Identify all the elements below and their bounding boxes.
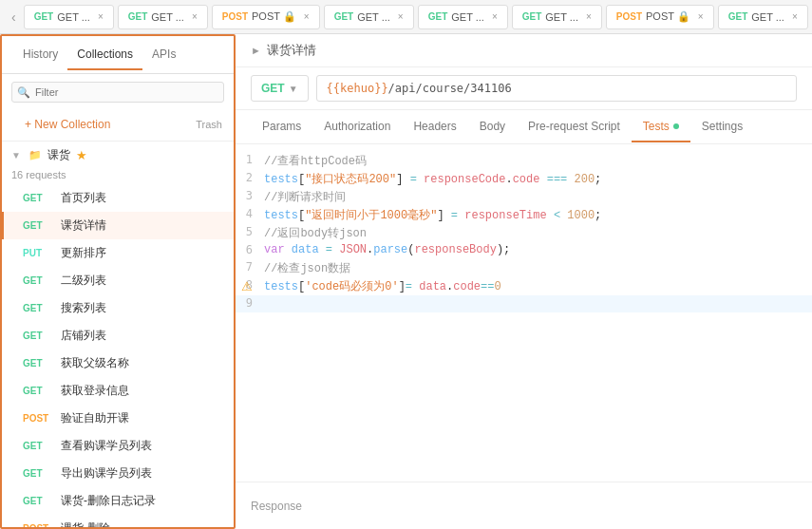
tab-3[interactable]: GET GET ... × [324,5,414,29]
sidebar-nav-apis[interactable]: APIs [142,40,185,70]
list-item[interactable]: POST 课货-删除 [2,515,234,527]
tab-close-0[interactable]: × [98,11,104,22]
tab-params[interactable]: Params [251,112,312,142]
search-icon: 🔍 [17,86,30,99]
breadcrumb-arrow: ► [251,45,261,56]
tab-settings[interactable]: Settings [690,112,754,142]
line-content: //查看httpCode码 [264,153,367,169]
response-area: Response [236,482,812,529]
tab-label-1: GET ... [151,11,184,23]
tab-close-1[interactable]: × [192,11,198,22]
list-item[interactable]: GET 获取登录信息 [2,377,234,405]
line-number: 7 [236,260,264,274]
code-line-5: 5 //返回body转json [236,224,812,242]
tab-tests[interactable]: Tests [632,112,690,142]
tab-label-3: GET ... [357,11,390,23]
main-area: History Collections APIs 🔍 + New Collect… [0,34,812,529]
tab-scroll-left[interactable]: ‹ [8,8,20,27]
tab-close-2[interactable]: × [304,11,310,22]
star-icon[interactable]: ★ [76,148,87,162]
line-content: //判断请求时间 [264,189,346,205]
list-item[interactable]: GET 搜索列表 [2,294,234,322]
line-content: //返回body转json [264,225,367,241]
search-input[interactable] [11,82,224,103]
tab-prerequest[interactable]: Pre-request Script [517,112,632,142]
collection-header[interactable]: ▼ 📁 课货 ★ [2,142,234,169]
sidebar-search-container: 🔍 [2,74,234,110]
list-item[interactable]: POST 验证自助开课 [2,405,234,432]
tab-4[interactable]: GET GET ... × [418,5,508,29]
request-breadcrumb: ► 课货详情 [236,34,812,67]
line-content: tests['code码必须为0']= data.code==0 [264,278,501,294]
tab-7[interactable]: GET GET ... × [718,5,808,29]
line-number: 5 [236,225,264,238]
method-badge: GET [23,220,53,231]
item-name: 店铺列表 [61,328,106,344]
tab-close-4[interactable]: × [492,11,498,22]
list-item[interactable]: GET 导出购课学员列表 [2,460,234,487]
line-number: 6 [236,243,264,256]
line-content [264,296,271,310]
method-selector[interactable]: GET ▼ [251,75,309,102]
list-item[interactable]: GET 店铺列表 [2,322,234,350]
line-content: var data = JSON.parse(responseBody); [264,243,510,256]
tab-close-5[interactable]: × [586,11,592,22]
list-item[interactable]: GET 二级列表 [2,267,234,294]
sidebar-nav-history[interactable]: History [13,40,67,70]
tab-label-6: POST 🔒 [646,10,690,23]
tab-2[interactable]: POST POST 🔒 × [212,5,320,29]
app: ‹ GET GET ... × GET GET ... × POST POST … [0,0,812,529]
tab-label-0: GET ... [57,11,90,23]
code-editor[interactable]: 1 //查看httpCode码 2 tests["接口状态码200"] = re… [236,144,812,482]
line-number: 2 [236,171,264,184]
tab-tests-label: Tests [643,120,670,133]
list-item[interactable]: PUT 更新排序 [2,239,234,267]
request-title-text: 课货详情 [267,42,316,59]
collection-tree: ▼ 📁 课货 ★ 16 requests GET 首页列表 GET 课货详情 [2,142,234,527]
collection-items: GET 首页列表 GET 课货详情 PUT 更新排序 GET 二级列表 [2,184,234,527]
sidebar-nav-collections[interactable]: Collections [67,40,142,70]
tab-method-0: GET [34,11,54,22]
tab-method-5: GET [522,11,542,22]
tab-0[interactable]: GET GET ... × [24,5,114,29]
item-name: 首页列表 [61,190,106,206]
collection-name: 课货 [47,147,70,163]
line-content: tests["接口状态码200"] = responseCode.code ==… [264,171,601,187]
tab-method-4: GET [428,11,448,22]
list-item[interactable]: GET 课货详情 [2,212,234,239]
sidebar: History Collections APIs 🔍 + New Collect… [0,34,236,529]
collection-chevron: ▼ [11,150,21,161]
list-item[interactable]: GET 获取父级名称 [2,350,234,377]
code-line-6: 6 var data = JSON.parse(responseBody); [236,242,812,259]
item-name: 搜索列表 [61,300,106,316]
requests-count: 16 requests [2,169,234,184]
tab-close-3[interactable]: × [398,11,404,22]
tab-6[interactable]: POST POST 🔒 × [606,5,714,29]
tab-1[interactable]: GET GET ... × [118,5,208,29]
list-item[interactable]: GET 课货-删除日志记录 [2,487,234,515]
tab-close-6[interactable]: × [698,11,704,22]
tab-close-7[interactable]: × [792,11,798,22]
line-number: 4 [236,207,264,220]
method-badge: PUT [23,248,53,258]
request-tabs: Params Authorization Headers Body Pre-re… [236,110,812,144]
tab-authorization[interactable]: Authorization [312,112,402,142]
method-badge: GET [23,386,53,396]
list-item[interactable]: GET 首页列表 [2,184,234,212]
item-name: 查看购课学员列表 [61,438,152,454]
top-tab-bar: ‹ GET GET ... × GET GET ... × POST POST … [0,0,812,34]
tab-body[interactable]: Body [468,112,517,142]
trash-button[interactable]: Trash [196,119,222,130]
tab-method-1: GET [128,11,148,22]
new-collection-button[interactable]: + New Collection [13,114,122,135]
list-item[interactable]: GET 查看购课学员列表 [2,432,234,460]
method-badge: GET [23,358,53,368]
item-name: 二级列表 [61,273,106,289]
tab-headers[interactable]: Headers [402,112,467,142]
item-name: 获取登录信息 [61,383,129,399]
tab-5[interactable]: GET GET ... × [512,5,602,29]
url-input[interactable]: {{kehuo}}/api/course/341106 [316,75,797,102]
sidebar-nav: History Collections APIs [2,36,234,74]
tab-method-2: POST [222,11,248,22]
item-name: 课货详情 [61,217,106,234]
